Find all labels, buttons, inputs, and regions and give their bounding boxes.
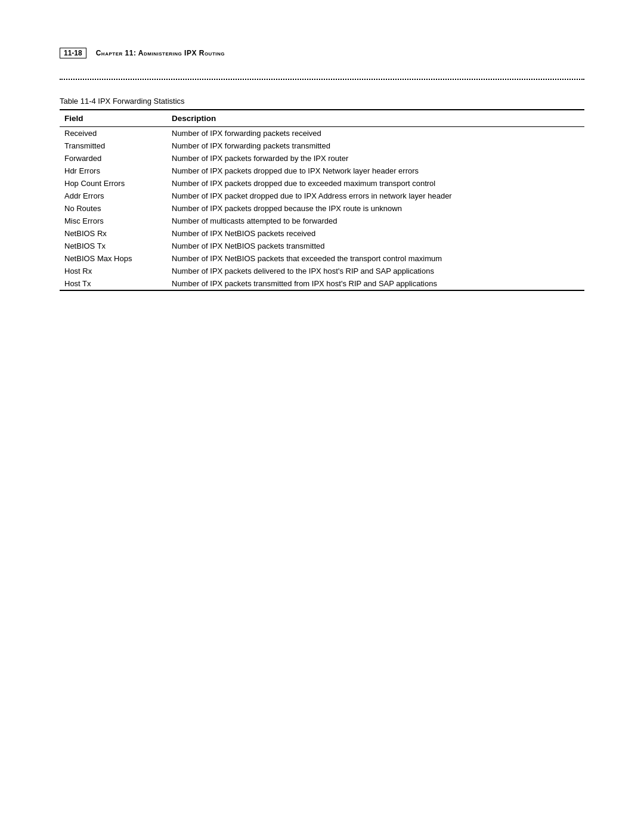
description-cell: Number of IPX packets delivered to the I… — [167, 265, 584, 277]
table-row: Hdr ErrorsNumber of IPX packets dropped … — [60, 165, 584, 177]
description-cell: Number of IPX packet dropped due to IPX … — [167, 190, 584, 202]
table-caption: Table 11-4 IPX Forwarding Statistics — [60, 97, 584, 106]
field-cell: Received — [60, 127, 167, 140]
header-rule — [60, 79, 584, 80]
description-cell: Number of IPX packets transmitted from I… — [167, 277, 584, 290]
description-cell: Number of IPX packets dropped due to IPX… — [167, 165, 584, 177]
table-row: Hop Count ErrorsNumber of IPX packets dr… — [60, 177, 584, 190]
field-cell: NetBIOS Max Hops — [60, 252, 167, 265]
field-cell: NetBIOS Tx — [60, 240, 167, 252]
table-header-row: Field Description — [60, 110, 584, 127]
description-cell: Number of IPX forwarding packets transmi… — [167, 140, 584, 152]
field-cell: Misc Errors — [60, 215, 167, 227]
description-cell: Number of IPX packets dropped because th… — [167, 202, 584, 215]
description-cell: Number of IPX packets dropped due to exc… — [167, 177, 584, 190]
table-row: ForwardedNumber of IPX packets forwarded… — [60, 152, 584, 165]
col-field: Field — [60, 110, 167, 127]
table-row: NetBIOS TxNumber of IPX NetBIOS packets … — [60, 240, 584, 252]
field-cell: No Routes — [60, 202, 167, 215]
chapter-title: Chapter 11: Administering IPX Routing — [96, 49, 225, 57]
field-cell: Hdr Errors — [60, 165, 167, 177]
table-row: TransmittedNumber of IPX forwarding pack… — [60, 140, 584, 152]
chapter-title-text: Chapter 11: Administering IPX Routing — [96, 49, 225, 57]
field-cell: Addr Errors — [60, 190, 167, 202]
description-cell: Number of IPX NetBIOS packets transmitte… — [167, 240, 584, 252]
field-cell: Hop Count Errors — [60, 177, 167, 190]
table-row: NetBIOS RxNumber of IPX NetBIOS packets … — [60, 227, 584, 240]
description-cell: Number of IPX NetBIOS packets received — [167, 227, 584, 240]
description-cell: Number of multicasts attempted to be for… — [167, 215, 584, 227]
page-number: 11-18 — [60, 48, 86, 58]
page: 11-18 Chapter 11: Administering IPX Rout… — [0, 0, 644, 833]
table-row: Misc ErrorsNumber of multicasts attempte… — [60, 215, 584, 227]
table-row: NetBIOS Max HopsNumber of IPX NetBIOS pa… — [60, 252, 584, 265]
table-row: Host TxNumber of IPX packets transmitted… — [60, 277, 584, 290]
description-cell: Number of IPX packets forwarded by the I… — [167, 152, 584, 165]
field-cell: NetBIOS Rx — [60, 227, 167, 240]
table-row: Host RxNumber of IPX packets delivered t… — [60, 265, 584, 277]
page-header: 11-18 Chapter 11: Administering IPX Rout… — [60, 48, 584, 61]
field-cell: Forwarded — [60, 152, 167, 165]
table-row: No RoutesNumber of IPX packets dropped b… — [60, 202, 584, 215]
description-cell: Number of IPX NetBIOS packets that excee… — [167, 252, 584, 265]
field-cell: Transmitted — [60, 140, 167, 152]
col-description: Description — [167, 110, 584, 127]
table-row: Addr ErrorsNumber of IPX packet dropped … — [60, 190, 584, 202]
table-row: ReceivedNumber of IPX forwarding packets… — [60, 127, 584, 140]
ipx-forwarding-table: Field Description ReceivedNumber of IPX … — [60, 109, 584, 291]
field-cell: Host Rx — [60, 265, 167, 277]
field-cell: Host Tx — [60, 277, 167, 290]
description-cell: Number of IPX forwarding packets receive… — [167, 127, 584, 140]
